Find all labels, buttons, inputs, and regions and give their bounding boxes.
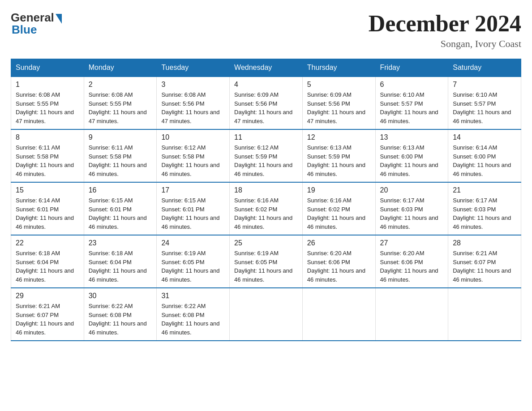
day-number: 16 [89, 186, 152, 194]
day-number: 27 [380, 239, 444, 247]
day-info: Sunrise: 6:19 AMSunset: 6:05 PMDaylight:… [161, 250, 219, 283]
day-number: 25 [234, 239, 298, 247]
day-number: 3 [161, 81, 225, 89]
day-info: Sunrise: 6:16 AMSunset: 6:02 PMDaylight:… [234, 197, 292, 230]
col-thursday: Thursday [302, 59, 375, 77]
table-row: 30 Sunrise: 6:22 AMSunset: 6:08 PMDaylig… [84, 288, 157, 341]
day-info: Sunrise: 6:20 AMSunset: 6:06 PMDaylight:… [380, 250, 438, 283]
day-info: Sunrise: 6:12 AMSunset: 5:58 PMDaylight:… [161, 144, 219, 177]
day-info: Sunrise: 6:17 AMSunset: 6:03 PMDaylight:… [380, 197, 438, 230]
day-info: Sunrise: 6:08 AMSunset: 5:55 PMDaylight:… [89, 91, 147, 124]
day-number: 18 [234, 186, 298, 194]
table-row: 14 Sunrise: 6:14 AMSunset: 6:00 PMDaylig… [448, 129, 521, 182]
table-row [448, 288, 521, 341]
day-number: 10 [161, 133, 225, 141]
table-row: 31 Sunrise: 6:22 AMSunset: 6:08 PMDaylig… [157, 288, 230, 341]
day-info: Sunrise: 6:10 AMSunset: 5:57 PMDaylight:… [380, 91, 438, 124]
table-row: 21 Sunrise: 6:17 AMSunset: 6:03 PMDaylig… [448, 182, 521, 235]
day-number: 12 [307, 133, 371, 141]
table-row: 15 Sunrise: 6:14 AMSunset: 6:01 PMDaylig… [11, 182, 84, 235]
table-row: 18 Sunrise: 6:16 AMSunset: 6:02 PMDaylig… [230, 182, 303, 235]
table-row: 8 Sunrise: 6:11 AMSunset: 5:58 PMDayligh… [11, 129, 84, 182]
table-row: 11 Sunrise: 6:12 AMSunset: 5:59 PMDaylig… [230, 129, 303, 182]
day-info: Sunrise: 6:22 AMSunset: 6:08 PMDaylight:… [89, 303, 147, 336]
table-row: 5 Sunrise: 6:09 AMSunset: 5:56 PMDayligh… [302, 77, 375, 129]
day-number: 20 [380, 186, 444, 194]
calendar-week-row: 15 Sunrise: 6:14 AMSunset: 6:01 PMDaylig… [11, 182, 521, 235]
day-number: 30 [89, 292, 152, 300]
day-number: 24 [161, 239, 225, 247]
table-row: 12 Sunrise: 6:13 AMSunset: 5:59 PMDaylig… [302, 129, 375, 182]
col-monday: Monday [84, 59, 157, 77]
calendar-week-row: 22 Sunrise: 6:18 AMSunset: 6:04 PMDaylig… [11, 235, 521, 288]
calendar-week-row: 8 Sunrise: 6:11 AMSunset: 5:58 PMDayligh… [11, 129, 521, 182]
table-row: 17 Sunrise: 6:15 AMSunset: 6:01 PMDaylig… [157, 182, 230, 235]
day-info: Sunrise: 6:21 AMSunset: 6:07 PMDaylight:… [453, 250, 511, 283]
day-info: Sunrise: 6:13 AMSunset: 6:00 PMDaylight:… [380, 144, 438, 177]
day-info: Sunrise: 6:11 AMSunset: 5:58 PMDaylight:… [16, 144, 74, 177]
day-info: Sunrise: 6:18 AMSunset: 6:04 PMDaylight:… [16, 250, 74, 283]
page-header: General Blue December 2024 Songan, Ivory… [11, 11, 521, 50]
col-saturday: Saturday [448, 59, 521, 77]
calendar-header-row: Sunday Monday Tuesday Wednesday Thursday… [11, 59, 521, 77]
day-number: 14 [453, 133, 516, 141]
calendar-week-row: 1 Sunrise: 6:08 AMSunset: 5:55 PMDayligh… [11, 77, 521, 129]
calendar-week-row: 29 Sunrise: 6:21 AMSunset: 6:07 PMDaylig… [11, 288, 521, 341]
table-row [375, 288, 448, 341]
day-number: 7 [453, 81, 516, 89]
calendar-location: Songan, Ivory Coast [369, 38, 521, 50]
table-row: 16 Sunrise: 6:15 AMSunset: 6:01 PMDaylig… [84, 182, 157, 235]
day-info: Sunrise: 6:15 AMSunset: 6:01 PMDaylight:… [89, 197, 147, 230]
col-sunday: Sunday [11, 59, 84, 77]
day-number: 13 [380, 133, 444, 141]
day-info: Sunrise: 6:17 AMSunset: 6:03 PMDaylight:… [453, 197, 511, 230]
day-number: 9 [89, 133, 152, 141]
col-wednesday: Wednesday [230, 59, 303, 77]
day-info: Sunrise: 6:15 AMSunset: 6:01 PMDaylight:… [161, 197, 219, 230]
calendar-title: December 2024 [369, 11, 521, 36]
table-row: 9 Sunrise: 6:11 AMSunset: 5:58 PMDayligh… [84, 129, 157, 182]
day-info: Sunrise: 6:09 AMSunset: 5:56 PMDaylight:… [234, 91, 292, 124]
table-row [302, 288, 375, 341]
table-row: 23 Sunrise: 6:18 AMSunset: 6:04 PMDaylig… [84, 235, 157, 288]
day-info: Sunrise: 6:22 AMSunset: 6:08 PMDaylight:… [161, 303, 219, 336]
day-info: Sunrise: 6:08 AMSunset: 5:56 PMDaylight:… [161, 91, 219, 124]
day-info: Sunrise: 6:11 AMSunset: 5:58 PMDaylight:… [89, 144, 147, 177]
table-row: 20 Sunrise: 6:17 AMSunset: 6:03 PMDaylig… [375, 182, 448, 235]
table-row: 10 Sunrise: 6:12 AMSunset: 5:58 PMDaylig… [157, 129, 230, 182]
day-number: 15 [16, 186, 79, 194]
day-info: Sunrise: 6:14 AMSunset: 6:00 PMDaylight:… [453, 144, 511, 177]
day-info: Sunrise: 6:18 AMSunset: 6:04 PMDaylight:… [89, 250, 147, 283]
table-row: 25 Sunrise: 6:19 AMSunset: 6:05 PMDaylig… [230, 235, 303, 288]
table-row: 3 Sunrise: 6:08 AMSunset: 5:56 PMDayligh… [157, 77, 230, 129]
day-info: Sunrise: 6:19 AMSunset: 6:05 PMDaylight:… [234, 250, 292, 283]
day-number: 29 [16, 292, 79, 300]
day-number: 28 [453, 239, 516, 247]
logo-arrow-icon [56, 14, 62, 24]
col-tuesday: Tuesday [157, 59, 230, 77]
day-info: Sunrise: 6:21 AMSunset: 6:07 PMDaylight:… [16, 303, 74, 336]
day-number: 23 [89, 239, 152, 247]
day-info: Sunrise: 6:14 AMSunset: 6:01 PMDaylight:… [16, 197, 74, 230]
day-number: 26 [307, 239, 371, 247]
day-number: 1 [16, 81, 79, 89]
day-number: 2 [89, 81, 152, 89]
day-number: 19 [307, 186, 371, 194]
col-friday: Friday [375, 59, 448, 77]
table-row: 7 Sunrise: 6:10 AMSunset: 5:57 PMDayligh… [448, 77, 521, 129]
day-number: 31 [161, 292, 225, 300]
table-row: 1 Sunrise: 6:08 AMSunset: 5:55 PMDayligh… [11, 77, 84, 129]
table-row: 28 Sunrise: 6:21 AMSunset: 6:07 PMDaylig… [448, 235, 521, 288]
day-number: 5 [307, 81, 371, 89]
title-block: December 2024 Songan, Ivory Coast [369, 11, 521, 50]
day-info: Sunrise: 6:20 AMSunset: 6:06 PMDaylight:… [307, 250, 365, 283]
table-row: 24 Sunrise: 6:19 AMSunset: 6:05 PMDaylig… [157, 235, 230, 288]
logo: General Blue [11, 11, 62, 37]
day-number: 21 [453, 186, 516, 194]
calendar-table: Sunday Monday Tuesday Wednesday Thursday… [11, 59, 521, 341]
day-number: 6 [380, 81, 444, 89]
day-number: 4 [234, 81, 298, 89]
table-row: 27 Sunrise: 6:20 AMSunset: 6:06 PMDaylig… [375, 235, 448, 288]
day-number: 22 [16, 239, 79, 247]
table-row: 4 Sunrise: 6:09 AMSunset: 5:56 PMDayligh… [230, 77, 303, 129]
